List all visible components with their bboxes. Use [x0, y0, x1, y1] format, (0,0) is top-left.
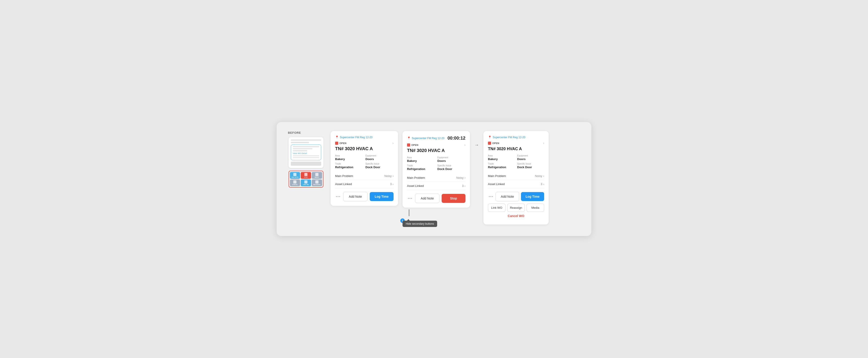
before-view-wo-link[interactable]: View WO Detail	[293, 152, 319, 155]
inner-line-3	[293, 150, 307, 151]
card2-add-note-button[interactable]: Add Note	[415, 194, 439, 203]
inner-line2-1	[293, 155, 319, 156]
right-equipment-value: Doors	[517, 157, 544, 161]
before-card: View WO Detail	[288, 137, 323, 168]
card2-main-problem-row[interactable]: Main Problem Noisy ›	[407, 174, 465, 182]
right-more-options-button[interactable]	[488, 195, 494, 198]
card2-location-text: Supercenter FM Reg 12-20	[412, 137, 444, 140]
blurred-line-1	[291, 139, 321, 141]
before-add-note-label: ADD NOTE	[291, 176, 299, 178]
chevron-right-icon-2: ›	[393, 183, 394, 186]
card2-main-problem-label: Main Problem	[407, 176, 425, 180]
card2-status-dot	[407, 143, 410, 146]
card2-asset-linked-row[interactable]: Asset Linked 3 ›	[407, 182, 465, 190]
card1-equipment-label: Equipment	[366, 155, 394, 157]
tooltip-text: Hide secondary buttons	[406, 222, 434, 225]
main-container: BEFORE View WO Detail ADD NOTE STOP	[277, 122, 591, 236]
card1-add-note-button[interactable]: Add Note	[343, 192, 368, 201]
card1-equipment-group: Equipment Doors	[366, 155, 394, 161]
dot1	[336, 196, 337, 197]
card2-actions: Add Note Stop	[407, 194, 465, 203]
card2-specific-issue-value: Dock Door	[437, 167, 465, 171]
right-media-button[interactable]: Media	[527, 203, 544, 212]
media-icon	[315, 173, 318, 176]
card1-chevron-icon[interactable]: ›	[393, 141, 394, 145]
card1-equipment-value: Doors	[366, 157, 394, 161]
card1-more-options-button[interactable]	[335, 195, 341, 198]
chevron-right-icon-4: ›	[465, 184, 465, 188]
card1-title: TN# 3020 HVAC A	[335, 146, 394, 151]
right-title: TN# 3020 HVAC A	[488, 146, 544, 151]
before-reassign-btn[interactable]: REASSIGN	[312, 180, 322, 186]
right-cancel-wo-button[interactable]: Cancel WO	[488, 212, 544, 220]
card2-status-text: OPEN	[411, 144, 418, 146]
right-main-problem-row[interactable]: Main Problem Noisy ›	[488, 172, 544, 180]
dot5	[409, 198, 410, 199]
right-add-note-button[interactable]: Add Note	[496, 192, 519, 201]
card2-specific-issue-label: Specific Issue	[437, 164, 465, 167]
blurred-section: View WO Detail	[291, 144, 321, 160]
right-area-group: Area Bakery	[488, 155, 515, 161]
before-media-btn[interactable]: MEDIA	[312, 172, 322, 179]
card2-status: OPEN	[407, 143, 418, 146]
right-fields: Area Bakery Equipment Doors Trade Refrig…	[488, 155, 544, 169]
wo-card-1: 📍 Supercenter FM Reg 12-20 OPEN › TN# 30…	[331, 131, 398, 206]
arrow-right-icon: →	[474, 142, 479, 147]
card1-log-time-button[interactable]: Log Time	[370, 192, 394, 201]
pin-icon-1: 📍	[335, 136, 339, 139]
card2-equipment-value: Doors	[437, 159, 465, 163]
right-chevron-icon[interactable]: ›	[543, 141, 544, 145]
card1-trade-value: Refrigeration	[335, 165, 363, 169]
tooltip-annotation-area: 1 Hide secondary buttons	[403, 208, 470, 227]
before-media-label: MEDIA	[315, 176, 319, 178]
before-reassign-label: REASSIGN	[313, 184, 320, 185]
before-panel: BEFORE View WO Detail ADD NOTE STOP	[288, 131, 324, 188]
card2-chevron-icon[interactable]: ›	[464, 143, 465, 147]
card1-area-label: Area	[335, 155, 363, 157]
right-equipment-label: Equipment	[517, 155, 544, 157]
right-specific-issue-label: Specific Issue	[517, 163, 544, 165]
card2-area-label: Area	[407, 156, 435, 159]
before-add-note-btn[interactable]: ADD NOTE	[290, 172, 300, 179]
before-stop-btn[interactable]: STOP	[301, 172, 311, 179]
card1-main-problem-row[interactable]: Main Problem Noisy ›	[335, 172, 394, 180]
right-main-problem-value: Noisy ›	[535, 174, 544, 177]
right-location: 📍 Supercenter FM Reg 12-20	[488, 136, 544, 139]
card1-location: 📍 Supercenter FM Reg 12-20	[335, 136, 394, 139]
reassign-icon	[315, 181, 318, 184]
right-specific-issue-group: Specific Issue Dock Door	[517, 163, 544, 169]
before-cancel-btn[interactable]: CANCEL	[290, 180, 300, 186]
card2-stop-button[interactable]: Stop	[442, 194, 465, 203]
tooltip-bubble: Hide secondary buttons	[403, 221, 437, 227]
before-buttons-grid: ADD NOTE STOP MEDIA CANCEL LINK WO REASS…	[288, 171, 323, 188]
card1-asset-linked-row[interactable]: Asset Linked 3 ›	[335, 180, 394, 188]
card2-trade-label: Trade	[407, 164, 435, 167]
card2-main-problem-value: Noisy ›	[456, 176, 465, 180]
card2-location: 📍 Supercenter FM Reg 12-20 00:00:12	[407, 136, 465, 141]
right-reassign-button[interactable]: Reassign	[507, 203, 525, 212]
card2-trade-group: Trade Refrigeration	[407, 164, 435, 171]
card1-fields: Area Bakery Equipment Doors Trade Refrig…	[335, 155, 394, 169]
blurred-line-2	[291, 142, 309, 143]
card2-with-annotation: 📍 Supercenter FM Reg 12-20 00:00:12 OPEN…	[403, 131, 470, 227]
right-asset-linked-row[interactable]: Asset Linked 3 ›	[488, 180, 544, 188]
card1-asset-linked-label: Asset Linked	[335, 183, 352, 186]
card1-actions: Add Note Log Time	[335, 192, 394, 201]
card1-trade-group: Trade Refrigeration	[335, 163, 363, 169]
pin-icon-3: 📍	[488, 136, 492, 139]
dot7	[489, 196, 490, 197]
card2-header-row: OPEN ›	[407, 143, 465, 147]
before-link-wo-label: LINK WO	[303, 184, 309, 185]
right-equipment-group: Equipment Doors	[517, 155, 544, 161]
right-main-problem-label: Main Problem	[488, 174, 506, 177]
card1-area-group: Area Bakery	[335, 155, 363, 161]
card1-status-dot	[335, 142, 338, 145]
cancel-icon	[293, 181, 297, 184]
right-status: OPEN	[488, 142, 499, 145]
before-link-wo-btn[interactable]: LINK WO	[301, 180, 311, 186]
card1-main-problem-label: Main Problem	[335, 174, 353, 177]
right-log-time-button[interactable]: Log Time	[521, 192, 544, 201]
card2-more-options-button[interactable]	[407, 197, 413, 200]
card1-location-text: Supercenter FM Reg 12-20	[340, 136, 372, 139]
right-link-wo-button[interactable]: Link WO	[488, 203, 505, 212]
